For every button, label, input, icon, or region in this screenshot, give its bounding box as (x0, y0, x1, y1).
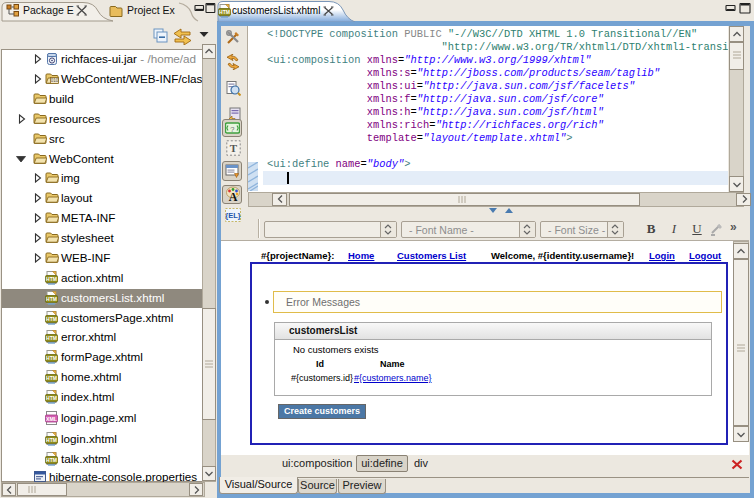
svg-text:T: T (230, 142, 238, 154)
svg-text:HTM: HTM (46, 276, 57, 282)
svg-text:?: ? (230, 125, 235, 134)
svg-text:HTM: HTM (46, 335, 57, 341)
svg-text:HTM: HTM (46, 437, 57, 443)
svg-text:010: 010 (51, 78, 59, 83)
svg-text:HTM: HTM (46, 457, 57, 463)
svg-text:{EL}: {EL} (225, 211, 241, 220)
svg-text:XML: XML (46, 416, 58, 422)
svg-text:HTM: HTM (46, 375, 57, 381)
svg-text:HTM: HTM (46, 316, 57, 322)
svg-text:A: A (229, 190, 238, 204)
svg-text:HTM: HTM (46, 395, 57, 401)
svg-text:HTM: HTM (219, 9, 230, 15)
svg-text:HTM: HTM (46, 296, 57, 302)
svg-text:HTM: HTM (46, 355, 57, 361)
